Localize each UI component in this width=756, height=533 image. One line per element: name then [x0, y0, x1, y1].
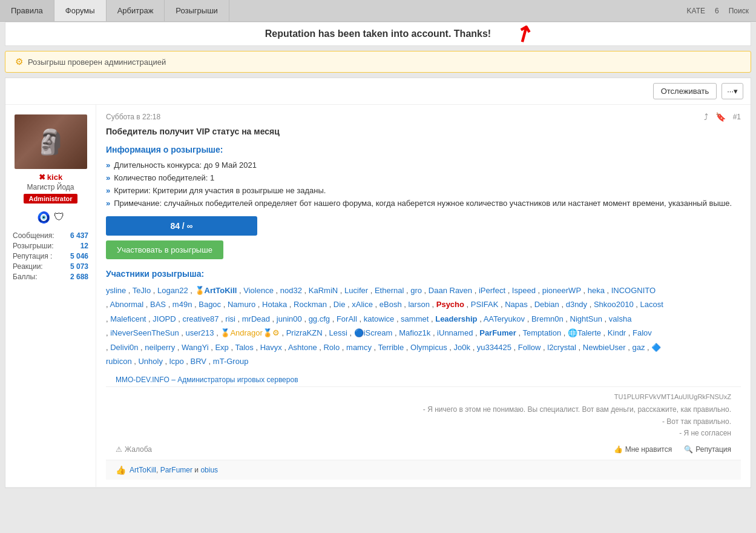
more-options-button[interactable]: ···▾ [721, 83, 743, 99]
participant-havyx[interactable]: Havyx [260, 343, 282, 352]
participant-lcpo[interactable]: lcpo [169, 357, 184, 366]
participant-logan22[interactable]: Logan22 [157, 286, 188, 295]
participant-junin00[interactable]: junin00 [277, 314, 302, 323]
participant-xalice[interactable]: xAlice [352, 300, 373, 309]
participant-talos[interactable]: Talos [235, 343, 253, 352]
participant-psycho[interactable]: Psycho [436, 300, 464, 309]
account-label[interactable]: KATE [687, 7, 705, 15]
participant-hotaka[interactable]: Hotaka [262, 300, 287, 309]
participant-rockman[interactable]: Rockman [294, 300, 327, 309]
participate-button[interactable]: Участвовать в розыгрыше [106, 240, 223, 259]
participant-ineverseenthesun[interactable]: iNeverSeenTheSun [110, 328, 179, 337]
participant-bas[interactable]: BAS [150, 300, 166, 309]
username-text[interactable]: kick [47, 173, 62, 182]
participant-rolo[interactable]: Rolo [323, 343, 340, 352]
participant-forall[interactable]: ForAll [337, 314, 357, 323]
participant-andragor[interactable]: 🏅Andragor🏅⚙ [220, 328, 279, 337]
participant-nod32[interactable]: nod32 [280, 286, 302, 295]
participant-mrdead[interactable]: mrDead [242, 314, 270, 323]
participant-bagoc[interactable]: Bagoc [199, 300, 221, 309]
participant-terrible[interactable]: Terrible [378, 343, 404, 352]
participant-daan-raven[interactable]: Daan Raven [429, 286, 472, 295]
participant-pioneerwp[interactable]: pioneerWP [542, 286, 581, 295]
participant-jiopd[interactable]: JIOPD [153, 314, 176, 323]
participant-talerte[interactable]: 🌐Talerte [568, 328, 601, 337]
participant-neilperry[interactable]: neilperry [145, 343, 175, 352]
participant-heka[interactable]: heka [588, 286, 605, 295]
participant-olympicus[interactable]: Olympicus [410, 343, 447, 352]
participant-namuro[interactable]: Namuro [228, 300, 255, 309]
nav-giveaways[interactable]: Розыгрыши [165, 0, 229, 21]
participant-gg-cfg[interactable]: gg.cfg [309, 314, 330, 323]
participant-iunnamed[interactable]: iUnnamed [437, 328, 473, 337]
like-button[interactable]: 👍 Мне нравится [614, 445, 672, 454]
participant-prizrakzn[interactable]: PrizraKZN [286, 328, 323, 337]
share-icon[interactable]: ⤴ [704, 112, 708, 122]
report-label[interactable]: Жалоба [125, 445, 152, 454]
participant-unholy[interactable]: Unholy [138, 357, 162, 366]
participant-leadership[interactable]: Leadership [435, 314, 477, 323]
participant-exp[interactable]: Exp [215, 343, 228, 352]
participant-parfumer[interactable]: ParFumer [479, 328, 516, 337]
participant-aateryukov[interactable]: AATeryukov [484, 314, 525, 323]
participant-ethernal[interactable]: Ethernal [375, 286, 404, 295]
participant-ispeed[interactable]: Ispeed [512, 286, 536, 295]
participant-temptation[interactable]: Temptation [523, 328, 562, 337]
participant-newbieuser[interactable]: NewbieUser [583, 343, 626, 352]
participant-karmin[interactable]: KaRmiN [309, 286, 338, 295]
liked-user-parfumer[interactable]: ParFumer [160, 466, 192, 474]
username[interactable]: ✖ kick [39, 173, 62, 182]
participant-incognito[interactable]: INCOGNITO [611, 286, 656, 295]
report-button[interactable]: ⚠ Жалоба [116, 445, 152, 454]
reputation-label[interactable]: Репутация [695, 445, 731, 454]
participant-m49n[interactable]: m49n [173, 300, 192, 309]
nav-arbitrage[interactable]: Арбитраж [107, 0, 165, 21]
participant-yu334425[interactable]: yu334425 [477, 343, 511, 352]
participant-maleficent[interactable]: Maleficent [110, 314, 146, 323]
participant-brv[interactable]: BRV [191, 357, 207, 366]
participant-iscream[interactable]: 🔵iScream [354, 328, 393, 337]
participant-larson[interactable]: larson [408, 300, 429, 309]
like-label[interactable]: Мне нравится [625, 445, 672, 454]
participant-creative87[interactable]: creative87 [182, 314, 219, 323]
nav-forums[interactable]: Форумы [54, 0, 107, 21]
participant-gaz[interactable]: gaz [632, 343, 645, 352]
participant-iperfect[interactable]: iPerfect [479, 286, 505, 295]
participant-falov[interactable]: Falov [633, 328, 652, 337]
participant-risi[interactable]: risi [225, 314, 235, 323]
search-link[interactable]: Поиск [729, 7, 749, 15]
participant-mt-group[interactable]: mT-Group [213, 357, 249, 366]
participant-ysline[interactable]: ysline [106, 286, 126, 295]
participant-nightsun[interactable]: NightSun [570, 314, 602, 323]
participant-shkoo2010[interactable]: Shkoo2010 [594, 300, 634, 309]
participant-kindr[interactable]: Kindr [608, 328, 626, 337]
participant-rubicon[interactable]: rubicon [106, 357, 132, 366]
participant-sammet[interactable]: sammet [401, 314, 429, 323]
participant-valsha[interactable]: valsha [609, 314, 632, 323]
bookmark-icon[interactable]: 🔖 [715, 112, 726, 122]
participant-gro[interactable]: gro [410, 286, 422, 295]
participant-mafioz1k[interactable]: Mafioz1k [399, 328, 430, 337]
participant-die[interactable]: Die [334, 300, 346, 309]
participant-l2crystal[interactable]: l2crystal [547, 343, 576, 352]
participant-lucifer[interactable]: Lucifer [344, 286, 368, 295]
liked-user-arttokill[interactable]: ArtToKill [130, 466, 156, 474]
participant-debian[interactable]: Debian [534, 300, 559, 309]
liked-user-obius[interactable]: obius [200, 466, 218, 474]
participant-d3ndy[interactable]: d3ndy [566, 300, 587, 309]
participant-wangyi[interactable]: WangYi [182, 343, 209, 352]
follow-button[interactable]: Отслеживать [653, 83, 717, 99]
participant-napas[interactable]: Napas [505, 300, 528, 309]
participant-psifak[interactable]: PSIFAK [471, 300, 499, 309]
participant-follow[interactable]: Follow [518, 343, 541, 352]
participant-katowice[interactable]: katowice [364, 314, 395, 323]
participant-mamcy[interactable]: mamcy [346, 343, 372, 352]
reputation-button[interactable]: 🔍 Репутация [684, 445, 731, 454]
nav-rules[interactable]: Правила [0, 0, 54, 21]
participant-arttokill[interactable]: 🏅ArtToKill [195, 286, 237, 295]
participant-delivi0n[interactable]: Delivi0n [110, 343, 138, 352]
site-footer-link[interactable]: MMO-DEV.INFO – Администраторы игровых се… [106, 368, 741, 386]
participant-bremn0n[interactable]: Bremn0n [531, 314, 564, 323]
participant-ebosh[interactable]: eBosh [380, 300, 402, 309]
participant-lacost[interactable]: Lacost [640, 300, 663, 309]
